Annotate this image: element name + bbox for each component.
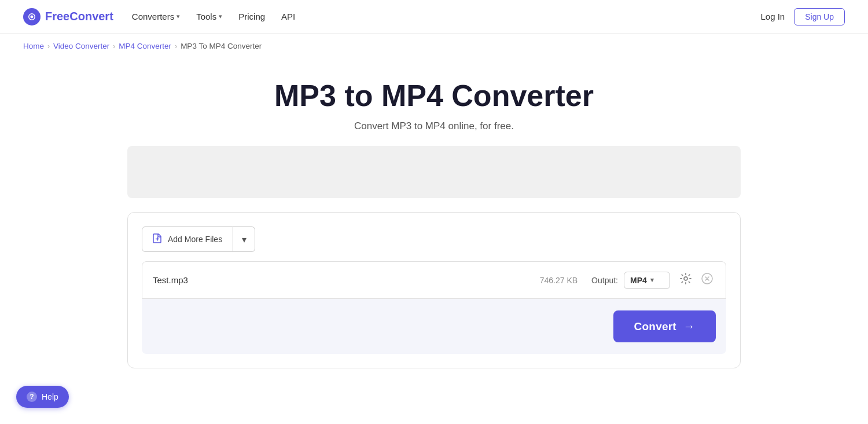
page-title: MP3 to MP4 Converter [127,79,741,112]
add-files-label: Add More Files [168,235,222,244]
breadcrumb-current: MP3 To MP4 Converter [181,42,262,50]
file-name: Test.mp3 [153,275,540,285]
logo-text: FreeConvert [45,10,113,23]
signup-button[interactable]: Sign Up [794,8,845,25]
converters-chevron-icon: ▾ [176,13,180,20]
svg-point-0 [684,277,687,280]
converter-box: Add More Files ▾ Test.mp3 746.27 KB Outp… [127,212,741,368]
nav-right: Log In Sign Up [760,8,845,25]
logo-icon [23,8,41,25]
help-button[interactable]: ? Help [16,386,69,392]
breadcrumb-mp4-converter[interactable]: MP4 Converter [119,42,171,50]
logo[interactable]: FreeConvert [23,8,113,25]
output-format-select[interactable]: MP4 ▾ [624,272,670,289]
nav-tools[interactable]: Tools ▾ [196,12,222,21]
breadcrumb-sep-1: › [47,42,50,50]
page-title-section: MP3 to MP4 Converter Convert MP3 to MP4 … [127,59,741,146]
login-button[interactable]: Log In [760,12,785,21]
nav-api[interactable]: API [281,12,295,21]
add-files-dropdown[interactable]: ▾ [233,226,255,252]
add-file-icon [153,233,162,246]
nav-converters[interactable]: Converters ▾ [132,12,180,21]
output-label: Output: [591,276,618,285]
nav-left: FreeConvert Converters ▾ Tools ▾ Pricing… [23,8,295,25]
convert-area: Convert → [142,299,726,354]
settings-button[interactable] [677,270,694,290]
convert-button[interactable]: Convert → [613,310,716,342]
page-subtitle: Convert MP3 to MP4 online, for free. [127,120,741,132]
breadcrumb: Home › Video Converter › MP4 Converter ›… [0,34,868,59]
file-row: Test.mp3 746.27 KB Output: MP4 ▾ [142,261,726,299]
dropdown-chevron-icon: ▾ [242,234,247,245]
breadcrumb-sep-2: › [113,42,115,50]
output-select-arrow-icon: ▾ [650,276,654,284]
breadcrumb-sep-3: › [175,42,177,50]
breadcrumb-video-converter[interactable]: Video Converter [53,42,109,50]
tools-chevron-icon: ▾ [219,13,222,20]
add-files-row: Add More Files ▾ [142,226,726,252]
nav-links: Converters ▾ Tools ▾ Pricing API [132,12,295,21]
ad-banner [127,146,741,198]
navigation: FreeConvert Converters ▾ Tools ▾ Pricing… [0,0,868,34]
main-content: MP3 to MP4 Converter Convert MP3 to MP4 … [104,59,764,368]
convert-arrow-icon: → [683,320,695,333]
nav-pricing[interactable]: Pricing [238,12,265,21]
remove-file-button[interactable] [699,271,715,290]
convert-label: Convert [634,320,676,333]
file-size: 746.27 KB [540,276,578,285]
breadcrumb-home[interactable]: Home [23,42,44,50]
output-format-value: MP4 [630,276,647,285]
add-files-button[interactable]: Add More Files [142,226,233,252]
